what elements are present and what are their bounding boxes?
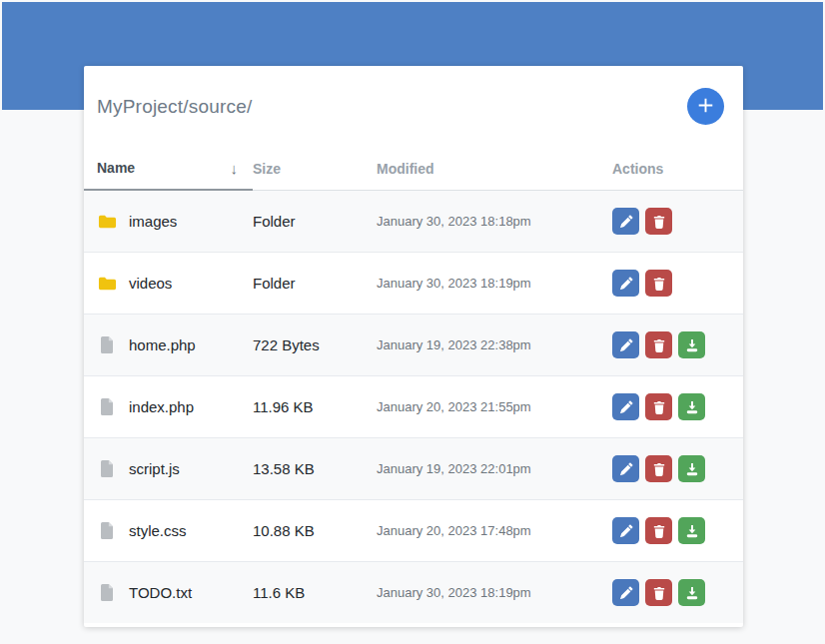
folder-icon	[97, 213, 117, 230]
column-header-actions: Actions	[612, 147, 743, 190]
delete-button[interactable]	[645, 455, 672, 482]
table-row-style-css[interactable]: style.css 10.88 KB January 20, 2023 17:4…	[84, 499, 743, 561]
trash-icon	[652, 524, 666, 538]
pencil-icon	[619, 277, 633, 291]
table-header-row: Name ↓ Size Modified Actions	[84, 147, 743, 191]
file-name: index.php	[129, 398, 194, 415]
file-icon	[97, 460, 117, 477]
download-icon	[685, 586, 699, 600]
size-cell: 11.96 KB	[253, 398, 377, 415]
modified-cell: January 20, 2023 17:48pm	[377, 523, 612, 538]
table-row-images[interactable]: images Folder January 30, 2023 18:18pm	[84, 191, 743, 252]
size-cell: 10.88 KB	[253, 522, 377, 539]
name-cell: videos	[84, 275, 253, 292]
file-icon	[97, 584, 117, 601]
modified-cell: January 19, 2023 22:01pm	[377, 461, 612, 476]
pencil-icon	[619, 215, 633, 229]
column-header-modified[interactable]: Modified	[377, 147, 612, 190]
edit-button[interactable]	[612, 270, 639, 297]
actions-cell	[612, 208, 743, 235]
trash-icon	[652, 338, 666, 352]
modified-cell: January 30, 2023 18:19pm	[377, 585, 612, 600]
download-button[interactable]	[678, 579, 705, 606]
edit-button[interactable]	[612, 517, 639, 544]
column-header-size[interactable]: Size	[253, 147, 377, 190]
file-name: script.js	[129, 460, 180, 477]
pencil-icon	[619, 462, 633, 476]
file-icon	[97, 522, 117, 539]
trash-icon	[652, 277, 666, 291]
file-name: videos	[129, 275, 172, 292]
actions-cell	[612, 579, 743, 606]
card-header: MyProject/source/	[84, 66, 743, 147]
table-row-videos[interactable]: videos Folder January 30, 2023 18:19pm	[84, 252, 743, 314]
file-name: TODO.txt	[129, 584, 192, 601]
name-cell: script.js	[84, 460, 253, 477]
trash-icon	[652, 215, 666, 229]
download-icon	[685, 400, 699, 414]
size-cell: 722 Bytes	[253, 336, 377, 353]
pencil-icon	[619, 338, 633, 352]
trash-icon	[652, 400, 666, 414]
edit-button[interactable]	[612, 393, 639, 420]
column-header-name[interactable]: Name ↓	[84, 147, 253, 191]
delete-button[interactable]	[645, 393, 672, 420]
actions-cell	[612, 393, 743, 420]
pencil-icon	[619, 400, 633, 414]
file-icon	[97, 336, 117, 353]
file-name: style.css	[129, 522, 187, 539]
actions-cell	[612, 517, 743, 544]
delete-button[interactable]	[645, 517, 672, 544]
download-icon	[685, 462, 699, 476]
download-icon	[685, 338, 699, 352]
actions-cell	[612, 270, 743, 297]
actions-cell	[612, 455, 743, 482]
table-row-todo-txt[interactable]: TODO.txt 11.6 KB January 30, 2023 18:19p…	[84, 561, 743, 623]
size-cell: Folder	[253, 275, 377, 292]
delete-button[interactable]	[645, 270, 672, 297]
size-cell: 11.6 KB	[253, 584, 377, 601]
file-name: home.php	[129, 336, 196, 353]
trash-icon	[652, 462, 666, 476]
delete-button[interactable]	[645, 331, 672, 358]
download-button[interactable]	[678, 393, 705, 420]
modified-cell: January 30, 2023 18:19pm	[377, 276, 612, 291]
trash-icon	[652, 586, 666, 600]
table-row-script-js[interactable]: script.js 13.58 KB January 19, 2023 22:0…	[84, 437, 743, 499]
name-cell: images	[84, 213, 253, 230]
folder-icon	[97, 275, 117, 292]
name-cell: home.php	[84, 336, 253, 353]
actions-cell	[612, 331, 743, 358]
plus-icon	[697, 97, 714, 114]
download-button[interactable]	[678, 331, 705, 358]
download-icon	[685, 524, 699, 538]
sort-descending-icon: ↓	[231, 160, 239, 177]
modified-cell: January 20, 2023 21:55pm	[377, 399, 612, 414]
modified-cell: January 19, 2023 22:38pm	[377, 337, 612, 352]
edit-button[interactable]	[612, 331, 639, 358]
size-cell: Folder	[253, 213, 377, 230]
download-button[interactable]	[678, 455, 705, 482]
table-row-home-php[interactable]: home.php 722 Bytes January 19, 2023 22:3…	[84, 314, 743, 375]
pencil-icon	[619, 586, 633, 600]
table-row-index-php[interactable]: index.php 11.96 KB January 20, 2023 21:5…	[84, 375, 743, 437]
file-name: images	[129, 213, 177, 230]
add-file-button[interactable]	[687, 88, 724, 125]
name-cell: index.php	[84, 398, 253, 415]
file-manager-card: MyProject/source/ Name ↓ Size Modified A…	[84, 66, 743, 627]
breadcrumb-path: MyProject/source/	[97, 96, 252, 118]
name-cell: TODO.txt	[84, 584, 253, 601]
file-icon	[97, 398, 117, 415]
edit-button[interactable]	[612, 208, 639, 235]
edit-button[interactable]	[612, 579, 639, 606]
edit-button[interactable]	[612, 455, 639, 482]
modified-cell: January 30, 2023 18:18pm	[377, 214, 612, 229]
pencil-icon	[619, 524, 633, 538]
name-cell: style.css	[84, 522, 253, 539]
download-button[interactable]	[678, 517, 705, 544]
table-body: images Folder January 30, 2023 18:18pm v…	[84, 191, 743, 623]
delete-button[interactable]	[645, 579, 672, 606]
size-cell: 13.58 KB	[253, 460, 377, 477]
column-header-name-label: Name	[97, 160, 135, 176]
delete-button[interactable]	[645, 208, 672, 235]
